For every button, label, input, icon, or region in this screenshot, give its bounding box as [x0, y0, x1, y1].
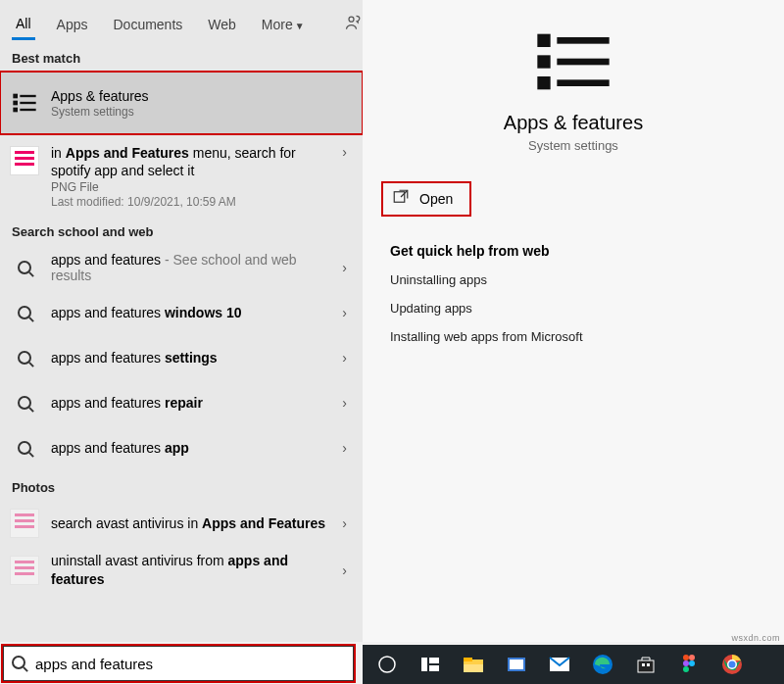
tab-more[interactable]: More▼ [258, 11, 309, 38]
preview-subtitle: System settings [382, 138, 764, 153]
photos-label: Photos [0, 470, 363, 501]
svg-point-31 [689, 660, 695, 666]
quick-help-item-1[interactable]: Updating apps [390, 301, 757, 316]
svg-point-29 [689, 655, 695, 660]
taskbar-edge[interactable] [588, 650, 617, 679]
preview-title: Apps & features [382, 112, 764, 134]
chevron-right-icon[interactable]: › [338, 515, 351, 531]
web-result-0[interactable]: apps and features - See school and web r… [0, 245, 363, 290]
file-result-modified: Last modified: 10/9/2021, 10:59 AM [51, 195, 328, 209]
open-button[interactable]: Open [382, 182, 470, 216]
svg-point-32 [683, 666, 689, 672]
quick-help-item-2[interactable]: Installing web apps from Microsoft [390, 329, 757, 344]
search-tabs: All Apps Documents Web More▼ ··· [0, 0, 363, 41]
svg-rect-3 [13, 101, 18, 106]
svg-rect-13 [394, 192, 405, 203]
photo-result-1[interactable]: uninstall avast antivirus from apps and … [0, 546, 363, 593]
tab-all[interactable]: All [12, 10, 35, 40]
feedback-person-icon[interactable] [344, 13, 364, 37]
chevron-down-icon: ▼ [295, 21, 305, 31]
taskbar-mail[interactable] [545, 650, 574, 679]
file-result[interactable]: in Apps and Features menu, search for sp… [0, 134, 363, 215]
web-result-3[interactable]: apps and features repair› [0, 380, 363, 425]
web-result-text: apps and features app [51, 440, 328, 456]
chevron-right-icon[interactable]: › [338, 144, 351, 160]
best-match-apps-features[interactable]: Apps & features System settings [0, 72, 363, 134]
svg-rect-17 [429, 665, 439, 671]
svg-point-14 [379, 657, 395, 672]
web-result-text: apps and features repair [51, 395, 328, 411]
chevron-right-icon[interactable]: › [338, 395, 351, 411]
file-result-title: in Apps and Features menu, search for sp… [51, 144, 328, 179]
svg-rect-15 [421, 658, 427, 671]
svg-rect-12 [557, 79, 609, 86]
svg-rect-9 [537, 55, 550, 68]
search-input[interactable] [33, 655, 353, 673]
svg-rect-2 [20, 95, 35, 97]
search-icon [8, 431, 41, 464]
svg-rect-10 [557, 59, 609, 66]
svg-rect-20 [464, 664, 483, 672]
best-match-title: Apps & features [51, 88, 351, 104]
search-icon [4, 656, 33, 672]
tab-apps[interactable]: Apps [53, 11, 92, 38]
best-match-label: Best match [0, 41, 363, 72]
png-file-icon [8, 507, 41, 540]
svg-rect-22 [510, 660, 523, 669]
watermark: wsxdn.com [731, 633, 780, 643]
svg-rect-8 [557, 37, 609, 44]
web-result-text: apps and features settings [51, 350, 328, 366]
png-file-icon [8, 554, 41, 587]
apps-features-large-icon [534, 27, 612, 100]
preview-card: Apps & features System settings [382, 27, 764, 153]
search-icon [8, 386, 41, 419]
tab-web[interactable]: Web [204, 11, 240, 38]
svg-rect-27 [647, 663, 650, 666]
svg-rect-11 [537, 76, 550, 89]
search-icon [8, 341, 41, 374]
web-result-4[interactable]: apps and features app› [0, 425, 363, 470]
search-icon [8, 251, 41, 284]
svg-point-28 [683, 655, 689, 660]
web-result-text: apps and features - See school and web r… [51, 252, 328, 283]
chevron-right-icon[interactable]: › [338, 350, 351, 366]
taskbar [363, 645, 784, 684]
taskbar-figma[interactable] [674, 650, 704, 679]
open-label: Open [419, 191, 453, 207]
taskbar-snip[interactable] [502, 650, 531, 679]
search-icon [8, 296, 41, 329]
best-match-subtitle: System settings [51, 105, 351, 119]
photo-result-text: uninstall avast antivirus from apps and … [51, 552, 328, 587]
taskbar-task-view[interactable] [416, 650, 445, 679]
svg-rect-6 [20, 109, 35, 111]
svg-rect-1 [13, 94, 18, 99]
search-box[interactable] [2, 645, 355, 682]
taskbar-cortana[interactable] [372, 650, 402, 679]
svg-point-35 [729, 661, 736, 668]
taskbar-file-explorer[interactable] [459, 650, 488, 679]
svg-rect-5 [13, 108, 18, 113]
web-result-1[interactable]: apps and features windows 10› [0, 290, 363, 335]
svg-rect-4 [20, 102, 35, 104]
svg-rect-16 [429, 658, 439, 663]
chevron-right-icon[interactable]: › [338, 440, 351, 456]
web-result-2[interactable]: apps and features settings› [0, 335, 363, 380]
svg-rect-26 [642, 663, 645, 666]
quick-help-title: Get quick help from web [390, 243, 757, 259]
quick-help-item-0[interactable]: Uninstalling apps [390, 272, 757, 287]
svg-point-30 [683, 660, 689, 666]
photo-result-0[interactable]: search avast antivirus in Apps and Featu… [0, 501, 363, 546]
svg-rect-25 [638, 660, 654, 672]
tab-documents[interactable]: Documents [109, 11, 186, 38]
quick-help-section: Get quick help from web Uninstalling app… [390, 243, 757, 344]
chevron-right-icon[interactable]: › [338, 260, 351, 275]
web-result-text: apps and features windows 10 [51, 305, 328, 320]
chevron-right-icon[interactable]: › [338, 305, 351, 320]
svg-rect-19 [464, 658, 472, 661]
taskbar-chrome[interactable] [717, 650, 747, 679]
open-icon [392, 188, 410, 210]
svg-rect-7 [537, 34, 550, 47]
png-file-icon [8, 144, 41, 177]
chevron-right-icon[interactable]: › [338, 562, 351, 578]
taskbar-store[interactable] [631, 650, 661, 679]
